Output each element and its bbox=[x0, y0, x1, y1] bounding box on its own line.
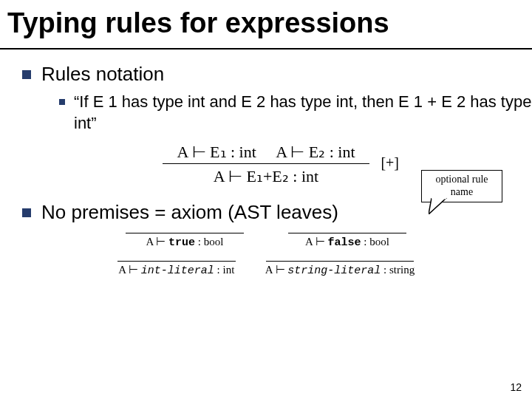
axiom-type: : bool bbox=[361, 236, 389, 248]
bullet-axiom: No premises = axiom (AST leaves) bbox=[0, 201, 532, 224]
axiom-type: : bool bbox=[195, 236, 223, 248]
axiom-literal: string-literal bbox=[287, 265, 381, 277]
axiom-type: : string bbox=[381, 264, 415, 276]
axiom-type: : int bbox=[214, 264, 235, 276]
premise-1: A ⊢ E₁ : int bbox=[177, 143, 256, 161]
bullet-rules-notation: Rules notation bbox=[0, 63, 532, 86]
bullet-text: No premises = axiom (AST leaves) bbox=[41, 201, 338, 224]
axiom-keyword: false bbox=[328, 236, 361, 249]
bullet-text: “If E 1 has type int and E 2 has type in… bbox=[74, 92, 532, 134]
slide-title: Typing rules for expressions bbox=[0, 0, 532, 50]
axiom-false: A ⊢ false : bool bbox=[288, 233, 406, 249]
axiom-row-2: A ⊢ int-literal : int A ⊢ string-literal… bbox=[0, 261, 532, 277]
svg-marker-0 bbox=[429, 198, 446, 214]
axiom-prefix: A ⊢ bbox=[305, 236, 328, 248]
axiom-string-literal: A ⊢ string-literal : string bbox=[265, 261, 415, 277]
bullet-icon bbox=[22, 70, 31, 79]
rule-line: [+] bbox=[163, 163, 369, 164]
rule-label: [+] bbox=[381, 154, 399, 171]
callout-tail-icon bbox=[429, 198, 451, 214]
axiom-prefix: A ⊢ bbox=[118, 264, 141, 276]
bullet-example-sentence: “If E 1 has type int and E 2 has type in… bbox=[0, 92, 532, 134]
axiom-true: A ⊢ true : bool bbox=[126, 233, 244, 249]
bullet-icon bbox=[59, 99, 65, 105]
bullet-text: Rules notation bbox=[41, 63, 164, 86]
bullet-icon bbox=[22, 208, 31, 217]
axiom-int-literal: A ⊢ int-literal : int bbox=[117, 261, 236, 277]
axiom-row-1: A ⊢ true : bool A ⊢ false : bool bbox=[0, 233, 532, 249]
inference-rule-plus: A ⊢ E₁ : int A ⊢ E₂ : int [+] A ⊢ E₁+E₂ … bbox=[81, 143, 451, 186]
axiom-prefix: A ⊢ bbox=[146, 236, 169, 248]
page-number: 12 bbox=[510, 381, 522, 393]
axiom-prefix: A ⊢ bbox=[265, 264, 288, 276]
premise-2: A ⊢ E₂ : int bbox=[276, 143, 355, 161]
axiom-keyword: true bbox=[168, 236, 195, 249]
axiom-literal: int-literal bbox=[141, 265, 214, 277]
